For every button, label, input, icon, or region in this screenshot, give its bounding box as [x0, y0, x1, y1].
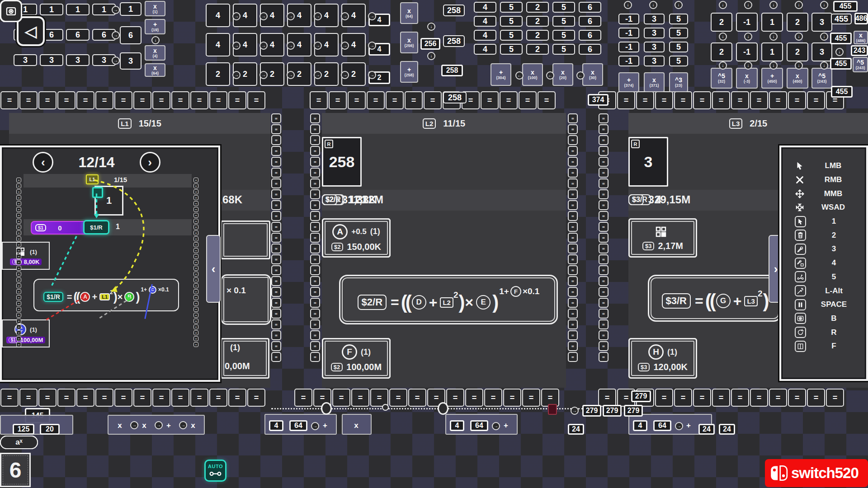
conveyor-cell[interactable]: = [19, 91, 38, 109]
conveyor-cell[interactable]: = [271, 222, 281, 232]
operator-tile[interactable]: x(64) [400, 2, 418, 24]
conveyor-cell[interactable]: = [193, 330, 198, 335]
conveyor-cell[interactable]: = [193, 201, 198, 206]
hotbar-mode-pill[interactable]: aˣ [0, 436, 38, 449]
conveyor-cell[interactable]: = [617, 91, 635, 109]
grid-tile[interactable]: 6 [579, 16, 601, 27]
operator-glyph[interactable]: + [500, 419, 512, 431]
conveyor-cell[interactable]: = [193, 277, 198, 282]
conveyor-cell[interactable]: = [16, 195, 21, 200]
operator-tile[interactable]: ^5(32) [711, 68, 732, 89]
conveyor-cell[interactable]: = [310, 309, 320, 319]
grid-tile[interactable]: 4 [474, 44, 496, 55]
operator-tile[interactable]: x(486) [854, 31, 868, 44]
conveyor-cell[interactable]: = [16, 189, 21, 194]
conveyor-cell[interactable]: = [271, 341, 281, 351]
conveyor-cell[interactable]: = [16, 307, 21, 312]
link-arrow[interactable]: ↓ [649, 1, 657, 9]
conveyor-cell[interactable]: = [152, 91, 170, 109]
conveyor-cell[interactable]: = [16, 178, 21, 183]
grid-tile[interactable]: 5 [500, 44, 523, 55]
grid-tile[interactable]: 4 [206, 4, 230, 27]
grid-tile[interactable]: 3 [120, 52, 142, 70]
conveyor-cell[interactable]: = [599, 178, 609, 188]
conveyor-cell[interactable]: = [193, 324, 198, 329]
conveyor-cell[interactable]: = [193, 213, 198, 218]
grid-tile[interactable]: -1 [618, 14, 639, 24]
conveyor-cell[interactable]: = [310, 287, 320, 297]
link-arrow[interactable]: → [314, 12, 322, 20]
link-arrow[interactable]: → [341, 42, 349, 50]
conveyor-cell[interactable]: = [503, 389, 521, 407]
conveyor-cell[interactable]: = [271, 113, 281, 123]
conveyor-cell[interactable]: = [310, 168, 320, 178]
conveyor-cell[interactable]: = [271, 157, 281, 167]
operator-glyph[interactable]: x [114, 419, 126, 431]
conveyor-cell[interactable]: = [568, 168, 578, 178]
operator-tile[interactable]: ^3(23) [669, 72, 688, 92]
grid-tile[interactable]: -1 [736, 13, 758, 32]
conveyor-cell[interactable]: = [190, 389, 208, 407]
conveyor-cell[interactable]: = [16, 272, 21, 277]
conveyor-cell[interactable]: = [599, 168, 609, 178]
grid-tile[interactable]: 1 [40, 4, 63, 15]
conveyor-cell[interactable]: = [294, 389, 312, 407]
conveyor-cell[interactable]: = [424, 91, 442, 109]
grid-tile[interactable]: 2 [787, 13, 808, 32]
conveyor-cell[interactable]: = [193, 301, 198, 306]
conveyor-cell[interactable]: = [750, 389, 768, 407]
conveyor-cell[interactable]: = [599, 157, 609, 167]
grid-tile[interactable]: -1 [618, 28, 639, 38]
grid-tile[interactable]: 258 [443, 5, 465, 16]
conveyor-cell[interactable]: = [310, 233, 320, 243]
conveyor-cell[interactable]: = [271, 124, 281, 134]
grid-tile[interactable]: 256 [420, 38, 440, 50]
conveyor-cell[interactable]: = [599, 233, 609, 243]
conveyor-cell[interactable]: = [522, 389, 540, 407]
grid-tile[interactable]: 1 [761, 13, 783, 32]
conveyor-cell[interactable]: = [599, 309, 609, 319]
conveyor-cell[interactable]: = [731, 389, 749, 407]
link-arrow[interactable]: → [368, 42, 376, 50]
conveyor-cell[interactable]: = [310, 200, 320, 210]
grid-tile[interactable]: 486 [854, 13, 868, 24]
grid-tile[interactable]: 3 [644, 42, 665, 52]
grid-tile[interactable]: 2 [526, 2, 549, 13]
operator-tile[interactable]: x(450) [787, 68, 808, 89]
back-button[interactable]: ◁ [17, 16, 45, 46]
link-arrow[interactable]: ↓ [820, 33, 828, 41]
conveyor-cell[interactable]: = [310, 113, 320, 123]
grid-tile[interactable]: 6 [120, 26, 142, 44]
link-arrow[interactable]: → [112, 56, 120, 65]
conveyor-cell[interactable]: = [171, 389, 189, 407]
grid-tile[interactable]: 5 [500, 16, 523, 27]
link-wire[interactable] [271, 408, 583, 409]
grid-tile[interactable]: 6 [579, 44, 601, 55]
conveyor-cell[interactable]: = [271, 244, 281, 253]
conveyor-cell[interactable]: = [568, 178, 578, 188]
link-arrow[interactable]: → [232, 12, 241, 20]
conveyor-cell[interactable]: = [57, 389, 75, 407]
grid-tile[interactable]: 258 [441, 65, 463, 76]
mini-upgrade-button[interactable]: (1) $1 8,00K [2, 242, 50, 270]
conveyor-cell[interactable]: = [193, 272, 198, 277]
conveyor-cell[interactable]: = [599, 113, 609, 123]
conveyor-cell[interactable]: = [465, 389, 483, 407]
conveyor-cell[interactable]: = [16, 295, 21, 300]
conveyor-cell[interactable]: = [271, 135, 281, 145]
grid-tile[interactable]: 279 [603, 405, 622, 417]
conveyor-cell[interactable]: = [599, 244, 609, 253]
operator-tile[interactable]: +(450) [761, 68, 783, 89]
conveyor-cell[interactable]: = [271, 178, 281, 188]
conveyor-cell[interactable]: = [408, 389, 426, 407]
operator-tile[interactable]: +(258) [400, 61, 418, 83]
link-arrow[interactable]: ↓ [795, 61, 803, 70]
grid-tile[interactable]: 64 [653, 420, 671, 431]
conveyor-cell[interactable]: = [193, 248, 198, 253]
link-arrow[interactable]: → [259, 12, 268, 20]
conveyor-cell[interactable]: = [599, 124, 609, 134]
conveyor-cell[interactable]: = [193, 289, 198, 294]
conveyor-cell[interactable]: = [114, 91, 132, 109]
grid-tile[interactable]: 4 [474, 30, 496, 41]
conveyor-cell[interactable]: = [133, 389, 151, 407]
